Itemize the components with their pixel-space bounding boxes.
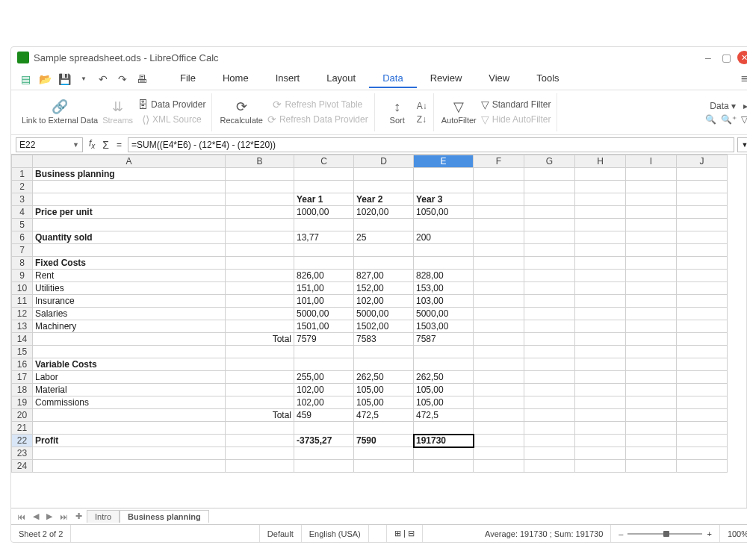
row-header[interactable]: 19 bbox=[12, 396, 33, 409]
standard-filter-button[interactable]: ▽Standard Filter bbox=[481, 99, 551, 111]
cell[interactable] bbox=[226, 168, 294, 181]
zoom-slider[interactable] bbox=[627, 533, 702, 535]
cell[interactable]: 102,00 bbox=[294, 396, 354, 409]
cell[interactable] bbox=[524, 308, 575, 320]
cell[interactable] bbox=[474, 231, 524, 244]
open-icon[interactable]: 📂 bbox=[37, 72, 52, 87]
cell[interactable]: 153,00 bbox=[414, 282, 474, 295]
cell[interactable] bbox=[575, 231, 626, 244]
cell[interactable] bbox=[226, 308, 294, 320]
cell[interactable] bbox=[524, 333, 575, 346]
cell[interactable] bbox=[414, 447, 474, 460]
column-header[interactable]: I bbox=[626, 155, 677, 168]
cell[interactable] bbox=[626, 219, 677, 231]
cell[interactable] bbox=[524, 168, 575, 181]
refresh-data-provider-button[interactable]: ⟳Refresh Data Provider bbox=[267, 114, 368, 125]
menu-tab-view[interactable]: View bbox=[475, 69, 523, 88]
cell[interactable] bbox=[524, 219, 575, 231]
cell[interactable] bbox=[677, 270, 728, 282]
cell[interactable] bbox=[575, 384, 626, 396]
cell[interactable] bbox=[677, 409, 728, 422]
cell[interactable] bbox=[474, 346, 524, 358]
cell[interactable]: Profit bbox=[33, 435, 226, 447]
cell[interactable] bbox=[294, 219, 354, 231]
menu-tab-insert[interactable]: Insert bbox=[262, 69, 314, 88]
cell[interactable] bbox=[524, 270, 575, 282]
cell[interactable]: 191730 bbox=[414, 435, 474, 447]
row-header[interactable]: 8 bbox=[12, 257, 33, 270]
cell[interactable] bbox=[294, 460, 354, 473]
data-provider-button[interactable]: 🗄Data Provider bbox=[137, 99, 205, 111]
cell[interactable]: 5000,00 bbox=[354, 308, 414, 320]
cell[interactable]: 826,00 bbox=[294, 270, 354, 282]
cell[interactable] bbox=[575, 295, 626, 308]
row-header[interactable]: 7 bbox=[12, 244, 33, 257]
row-header[interactable]: 14 bbox=[12, 333, 33, 346]
column-header[interactable]: B bbox=[226, 155, 294, 168]
cell[interactable] bbox=[524, 371, 575, 384]
cell[interactable] bbox=[414, 346, 474, 358]
cell[interactable] bbox=[626, 371, 677, 384]
cell[interactable] bbox=[575, 219, 626, 231]
cell[interactable] bbox=[226, 295, 294, 308]
cell[interactable]: 1000,00 bbox=[294, 206, 354, 219]
cell[interactable] bbox=[626, 270, 677, 282]
cell[interactable] bbox=[474, 396, 524, 409]
minimize-button[interactable]: – bbox=[701, 51, 715, 64]
cell[interactable] bbox=[626, 422, 677, 435]
cell[interactable] bbox=[226, 435, 294, 447]
cell[interactable] bbox=[626, 409, 677, 422]
cell[interactable]: 105,00 bbox=[414, 384, 474, 396]
cell[interactable] bbox=[226, 320, 294, 333]
cell[interactable] bbox=[226, 371, 294, 384]
cell[interactable] bbox=[524, 409, 575, 422]
row-header[interactable]: 23 bbox=[12, 447, 33, 460]
cell[interactable]: 1503,00 bbox=[414, 320, 474, 333]
cell[interactable] bbox=[474, 460, 524, 473]
cell[interactable]: 13,77 bbox=[294, 231, 354, 244]
cell[interactable] bbox=[354, 257, 414, 270]
row-header[interactable]: 17 bbox=[12, 371, 33, 384]
cell[interactable] bbox=[626, 257, 677, 270]
cell[interactable] bbox=[414, 358, 474, 371]
cell[interactable]: 7579 bbox=[294, 333, 354, 346]
cell[interactable]: Fixed Costs bbox=[33, 257, 226, 270]
cell[interactable]: 25 bbox=[354, 231, 414, 244]
cell[interactable] bbox=[626, 346, 677, 358]
cell[interactable] bbox=[575, 435, 626, 447]
cell[interactable]: Insurance bbox=[33, 295, 226, 308]
cell[interactable] bbox=[414, 422, 474, 435]
cell[interactable] bbox=[575, 358, 626, 371]
cell[interactable] bbox=[33, 422, 226, 435]
cell[interactable] bbox=[226, 460, 294, 473]
cell[interactable] bbox=[626, 358, 677, 371]
cell[interactable] bbox=[33, 244, 226, 257]
refresh-pivot-button[interactable]: ⟳Refresh Pivot Table bbox=[267, 99, 368, 111]
cell[interactable] bbox=[474, 409, 524, 422]
row-header[interactable]: 11 bbox=[12, 295, 33, 308]
cell[interactable] bbox=[474, 282, 524, 295]
tab-prev-icon[interactable]: ◀ bbox=[30, 511, 42, 521]
row-header[interactable]: 22 bbox=[12, 435, 33, 447]
cell[interactable]: 7590 bbox=[354, 435, 414, 447]
zoom-out-icon[interactable]: – bbox=[619, 529, 623, 538]
menu-tab-data[interactable]: Data bbox=[369, 69, 416, 88]
cell[interactable] bbox=[294, 257, 354, 270]
close-button[interactable]: ✕ bbox=[737, 51, 747, 64]
cell[interactable]: 5000,00 bbox=[414, 308, 474, 320]
cell[interactable]: Year 3 bbox=[414, 193, 474, 206]
cell[interactable] bbox=[294, 181, 354, 193]
row-header[interactable]: 10 bbox=[12, 282, 33, 295]
cell[interactable]: 200 bbox=[414, 231, 474, 244]
cell[interactable] bbox=[524, 396, 575, 409]
cell[interactable] bbox=[414, 460, 474, 473]
row-header[interactable]: 24 bbox=[12, 460, 33, 473]
zoom-value[interactable]: 100% bbox=[720, 525, 747, 542]
cell[interactable]: 1502,00 bbox=[354, 320, 414, 333]
cell[interactable] bbox=[474, 320, 524, 333]
cell[interactable] bbox=[226, 384, 294, 396]
maximize-button[interactable]: ▢ bbox=[719, 51, 733, 64]
cell[interactable] bbox=[677, 333, 728, 346]
cell[interactable] bbox=[575, 371, 626, 384]
cell[interactable] bbox=[575, 320, 626, 333]
